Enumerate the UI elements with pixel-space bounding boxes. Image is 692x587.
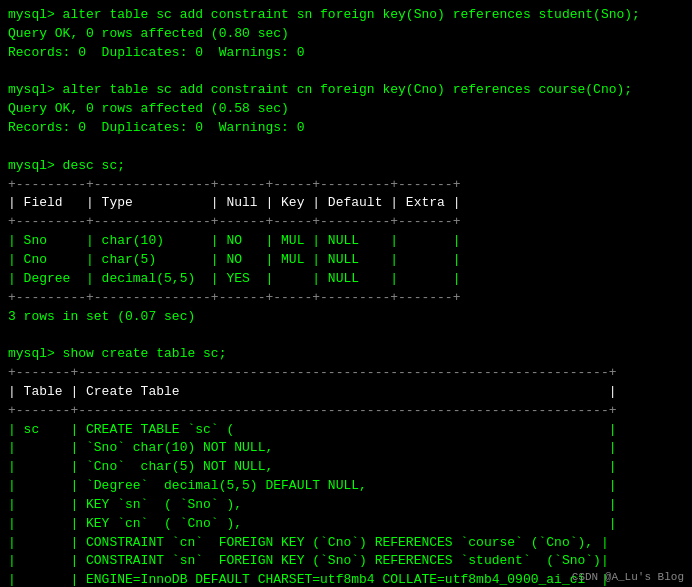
show-create-prompt: mysql> show create table sc; [8, 345, 684, 364]
desc-border-mid: +---------+---------------+------+-----+… [8, 213, 684, 232]
show-row-degree: | | `Degree` decimal(5,5) DEFAULT NULL, … [8, 477, 684, 496]
line-alter-cn: mysql> alter table sc add constraint cn … [8, 81, 684, 100]
terminal: mysql> alter table sc add constraint sn … [0, 0, 692, 587]
blank-1 [8, 63, 684, 82]
desc-border-bot: +---------+---------------+------+-----+… [8, 289, 684, 308]
show-row-constraint-sn: | | CONSTRAINT `sn` FOREIGN KEY (`Sno`) … [8, 552, 684, 571]
desc-header: | Field | Type | Null | Key | Default | … [8, 194, 684, 213]
show-row-key-cn: | | KEY `cn` ( `Cno` ), | [8, 515, 684, 534]
line-records-2: Records: 0 Duplicates: 0 Warnings: 0 [8, 119, 684, 138]
desc-row-degree: | Degree | decimal(5,5) | YES | | NULL |… [8, 270, 684, 289]
show-row-sno: | | `Sno` char(10) NOT NULL, | [8, 439, 684, 458]
line-query-ok-2: Query OK, 0 rows affected (0.58 sec) [8, 100, 684, 119]
line-query-ok-1: Query OK, 0 rows affected (0.80 sec) [8, 25, 684, 44]
show-border-1: +-------+-------------------------------… [8, 364, 684, 383]
desc-border-top: +---------+---------------+------+-----+… [8, 176, 684, 195]
watermark: CSDN @A_Lu's Blog [572, 571, 684, 583]
show-row-cno: | | `Cno` char(5) NOT NULL, | [8, 458, 684, 477]
line-alter-sn: mysql> alter table sc add constraint sn … [8, 6, 684, 25]
show-row-constraint-cn: | | CONSTRAINT `cn` FOREIGN KEY (`Cno`) … [8, 534, 684, 553]
show-header: | Table | Create Table | [8, 383, 684, 402]
desc-result: 3 rows in set (0.07 sec) [8, 308, 684, 327]
show-row-key-sn: | | KEY `sn` ( `Sno` ), | [8, 496, 684, 515]
desc-row-cno: | Cno | char(5) | NO | MUL | NULL | | [8, 251, 684, 270]
blank-3 [8, 326, 684, 345]
line-records-1: Records: 0 Duplicates: 0 Warnings: 0 [8, 44, 684, 63]
line-desc-prompt: mysql> desc sc; [8, 157, 684, 176]
desc-row-sno: | Sno | char(10) | NO | MUL | NULL | | [8, 232, 684, 251]
show-row-create: | sc | CREATE TABLE `sc` ( | [8, 421, 684, 440]
show-border-2: +-------+-------------------------------… [8, 402, 684, 421]
blank-2 [8, 138, 684, 157]
